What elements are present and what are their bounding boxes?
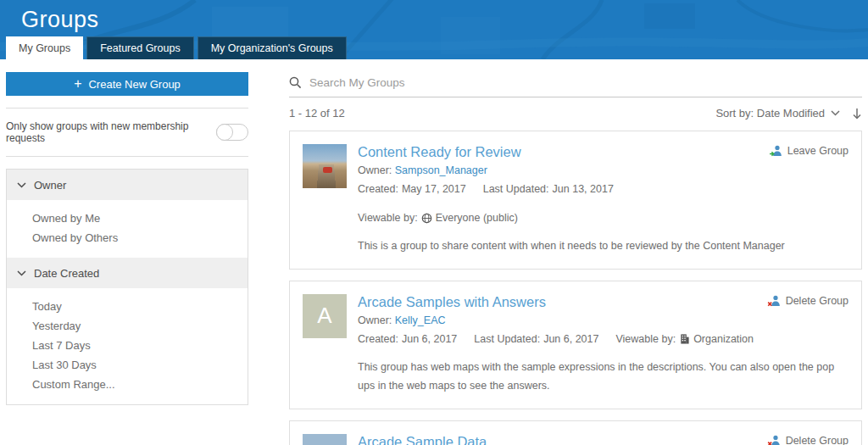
created-label: Created: [358,333,398,345]
search-bar [289,76,862,97]
group-card-list: Content Ready for Review Owner: Sampson_… [289,131,862,445]
delete-group-icon [767,294,781,308]
thumbnail-car [323,167,332,173]
arrow-down-icon [852,108,862,120]
tab-featured-groups[interactable]: Featured Groups [86,36,194,59]
created-label: Created: [358,183,398,195]
group-thumbnail[interactable]: A [303,434,347,445]
globe-icon [421,213,432,224]
updated-value: Jun 13, 2017 [553,183,614,195]
group-title-link[interactable]: Arcade Samples with Answers [358,294,546,310]
delete-group-button[interactable]: Delete Group [767,294,849,308]
membership-requests-label: Only show groups with new membership req… [6,120,209,144]
group-title-link[interactable]: Content Ready for Review [358,144,521,160]
viewable-label: Viewable by: [615,333,676,345]
sort-direction-button[interactable] [852,108,862,120]
filter-section-date-created[interactable]: Date Created [7,258,248,288]
search-icon [289,76,302,89]
updated-label: Last Updated: [474,333,540,345]
viewable-label: Viewable by: [358,212,418,224]
sort-by-dropdown[interactable]: Sort by: Date Modified [715,107,840,120]
tab-my-organizations-groups[interactable]: My Organization's Groups [198,36,347,59]
group-thumbnail[interactable]: A [303,294,347,338]
group-description: This group has web maps with the sample … [358,359,849,396]
page-title: Groups [0,0,868,33]
tab-bar: My Groups Featured Groups My Organizatio… [6,36,347,59]
filter-last-30-days[interactable]: Last 30 Days [32,355,248,375]
chevron-down-icon [17,182,26,188]
leave-group-icon [769,144,782,158]
filter-owned-by-me[interactable]: Owned by Me [32,209,248,228]
page-content: + Create New Group Only show groups with… [0,59,868,445]
chevron-down-icon [17,270,26,276]
filter-section-title: Owner [34,179,66,192]
group-description: This is a group to share content with wh… [358,237,849,256]
group-card: A Arcade Samples with Answers Owner: Kel… [289,281,862,409]
filter-owned-by-others[interactable]: Owned by Others [32,228,248,248]
create-new-group-button[interactable]: + Create New Group [6,72,248,96]
viewable-value: Organization [693,333,754,345]
plus-icon: + [74,77,81,91]
building-icon [679,333,690,344]
leave-group-button[interactable]: Leave Group [769,144,849,158]
owner-link[interactable]: Kelly_EAC [395,314,446,326]
group-card: A Arcade Sample Data Owner: Kelly_EAC Cr… [289,420,862,445]
filter-yesterday[interactable]: Yesterday [32,316,248,336]
delete-group-label: Delete Group [786,295,849,307]
group-title-link[interactable]: Arcade Sample Data [358,434,487,445]
date-created-filter-list: Today Yesterday Last 7 Days Last 30 Days… [7,288,248,404]
created-value: May 17, 2017 [402,183,466,195]
sort-by-label: Sort by: Date Modified [715,107,825,120]
filter-section-title: Date Created [34,267,99,280]
owner-link[interactable]: Sampson_Manager [395,164,487,176]
owner-filter-list: Owned by Me Owned by Others [7,200,248,258]
results-header: 1 - 12 of 12 Sort by: Date Modified [289,107,862,120]
create-new-group-label: Create New Group [88,78,180,91]
sidebar: + Create New Group Only show groups with… [6,72,248,445]
updated-value: Jun 6, 2017 [543,333,598,345]
search-input[interactable] [309,76,862,89]
toggle-knob [216,124,233,141]
main-panel: 1 - 12 of 12 Sort by: Date Modified [289,72,862,445]
viewable-value: Everyone (public) [436,212,518,224]
tab-my-groups[interactable]: My Groups [6,36,83,59]
filter-section-owner[interactable]: Owner [7,170,248,200]
filter-today[interactable]: Today [32,297,248,316]
filter-panel: Owner Owned by Me Owned by Others Date C… [6,169,248,405]
membership-requests-toggle[interactable] [216,124,248,141]
owner-label: Owner: [358,314,392,326]
group-card: Content Ready for Review Owner: Sampson_… [289,131,862,270]
delete-group-label: Delete Group [786,435,849,445]
membership-requests-filter: Only show groups with new membership req… [6,120,248,144]
owner-label: Owner: [358,164,392,176]
filter-last-7-days[interactable]: Last 7 Days [32,336,248,355]
leave-group-label: Leave Group [787,145,849,157]
created-value: Jun 6, 2017 [402,333,457,345]
updated-label: Last Updated: [483,183,549,195]
delete-group-button[interactable]: Delete Group [767,434,849,445]
delete-group-icon [767,434,781,445]
filter-custom-range[interactable]: Custom Range... [32,375,248,394]
divider [6,108,248,108]
page-header: Groups My Groups Featured Groups My Orga… [0,0,868,59]
result-count: 1 - 12 of 12 [289,107,345,120]
chevron-down-icon [831,110,840,116]
divider [6,156,248,157]
group-thumbnail[interactable] [303,144,347,188]
